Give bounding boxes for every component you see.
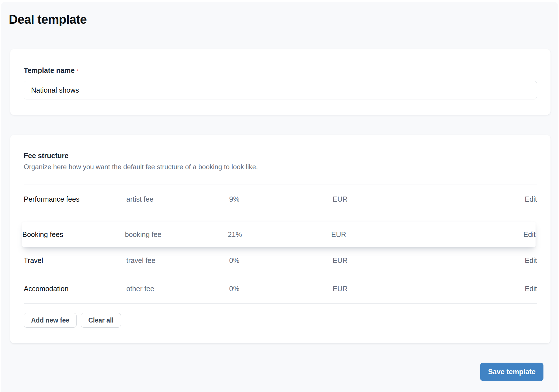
- fee-row-currency: EUR: [331, 230, 523, 239]
- fee-row-percentage: 9%: [229, 195, 333, 203]
- edit-link[interactable]: Edit: [525, 256, 537, 265]
- fee-structure-title: Fee structure: [24, 151, 537, 160]
- clear-all-button[interactable]: Clear all: [81, 313, 121, 328]
- edit-link[interactable]: Edit: [523, 230, 536, 239]
- fee-row-accomodation[interactable]: Accomodation other fee 0% EUR Edit: [24, 274, 537, 304]
- add-new-fee-button[interactable]: Add new fee: [24, 313, 77, 328]
- fee-row-name: Travel: [24, 256, 126, 265]
- fee-structure-card: Fee structure Organize here how you want…: [10, 135, 551, 343]
- page-title: Deal template: [9, 12, 87, 27]
- fee-row-percentage: 0%: [229, 256, 333, 265]
- fee-row-label: artist fee: [126, 195, 229, 203]
- fee-structure-description: Organize here how you want the default f…: [24, 163, 537, 171]
- fee-row-booking-dragging[interactable]: Booking fees booking fee 21% EUR Edit: [22, 222, 536, 247]
- template-name-card: Template name*: [10, 49, 551, 115]
- template-name-label-row: Template name*: [24, 66, 537, 75]
- fee-row-performance[interactable]: Performance fees artist fee 9% EUR Edit: [24, 184, 537, 214]
- fee-row-name: Booking fees: [22, 230, 125, 239]
- edit-link[interactable]: Edit: [525, 285, 537, 293]
- template-name-label: Template name: [24, 66, 75, 74]
- save-template-button[interactable]: Save template: [480, 363, 543, 381]
- fee-row-label: booking fee: [125, 230, 228, 239]
- fee-row-currency: EUR: [333, 256, 525, 265]
- fee-table-actions: Add new fee Clear all: [24, 313, 537, 328]
- fee-row-label: travel fee: [126, 256, 229, 265]
- fee-row-percentage: 21%: [228, 230, 331, 239]
- fee-table: Performance fees artist fee 9% EUR Edit …: [24, 184, 537, 304]
- template-name-input[interactable]: [24, 81, 537, 99]
- edit-link[interactable]: Edit: [525, 195, 537, 203]
- required-asterisk: *: [77, 69, 78, 74]
- fee-row-percentage: 0%: [229, 285, 333, 293]
- fee-row-label: other fee: [126, 285, 229, 293]
- fee-row-name: Accomodation: [24, 285, 126, 293]
- fee-row-currency: EUR: [333, 285, 525, 293]
- fee-row-name: Performance fees: [24, 195, 126, 203]
- fee-row-currency: EUR: [333, 195, 525, 203]
- fee-row-travel[interactable]: Travel travel fee 0% EUR Edit: [24, 247, 537, 274]
